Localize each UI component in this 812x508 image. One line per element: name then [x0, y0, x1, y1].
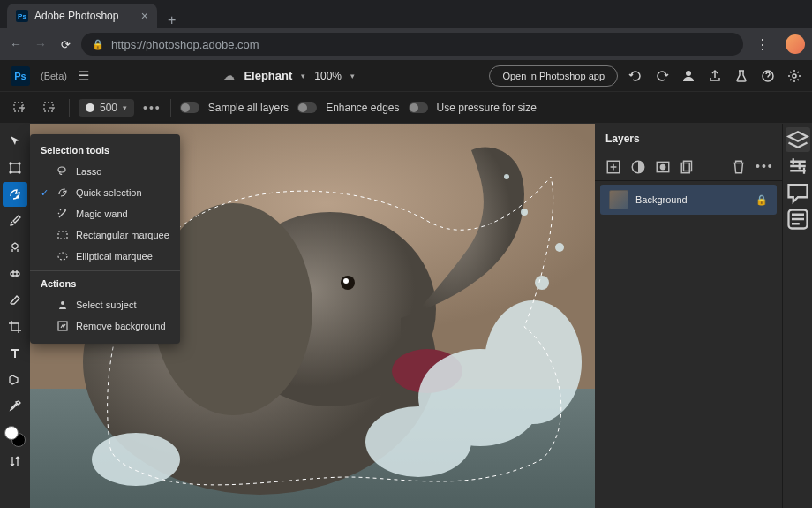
forward-icon[interactable]: →: [32, 37, 49, 51]
flyout-item-label: Lasso: [76, 166, 102, 177]
flyout-item-elliptical-marquee[interactable]: Elliptical marquee: [30, 246, 180, 267]
flyout-item-label: Magic wand: [76, 209, 128, 219]
mask-icon[interactable]: [655, 159, 671, 175]
svg-rect-5: [11, 163, 19, 172]
svg-point-0: [686, 71, 691, 76]
shape-tool[interactable]: [3, 368, 27, 392]
brush-size-value: 500: [100, 102, 117, 114]
clone-tool[interactable]: [3, 235, 27, 260]
back-icon[interactable]: ←: [7, 37, 25, 51]
chevron-down-icon[interactable]: ▾: [301, 72, 305, 80]
open-in-app-button[interactable]: Open in Photoshop app: [489, 65, 618, 87]
lasso-icon: [56, 165, 69, 178]
sample-all-label: Sample all layers: [208, 102, 289, 114]
help-icon[interactable]: [761, 69, 775, 83]
flyout-item-lasso[interactable]: Lasso: [30, 161, 180, 182]
move-tool[interactable]: [3, 129, 27, 154]
svg-point-31: [61, 301, 64, 305]
svg-rect-11: [11, 272, 19, 276]
layer-row[interactable]: Background 🔒: [600, 185, 777, 215]
redo-icon[interactable]: [655, 69, 669, 83]
svg-point-28: [58, 167, 65, 172]
flyout-item-rectangular-marquee[interactable]: Rectangular marquee: [30, 224, 180, 246]
flyout-item-label: Remove background: [76, 321, 166, 331]
color-swatches[interactable]: [4, 426, 26, 447]
profile-avatar[interactable]: [786, 34, 805, 54]
beaker-icon[interactable]: [734, 69, 748, 83]
more-options-icon[interactable]: •••: [756, 159, 771, 175]
share-icon[interactable]: [708, 69, 722, 83]
lock-icon[interactable]: 🔒: [756, 194, 768, 206]
reload-icon[interactable]: ⟳: [56, 38, 74, 51]
eraser-tool[interactable]: [3, 288, 27, 313]
zoom-level[interactable]: 100%: [314, 70, 342, 82]
divider: [170, 99, 171, 117]
layer-thumbnail: [609, 190, 628, 209]
flyout-item-label: Quick selection: [76, 187, 142, 198]
svg-point-27: [504, 174, 509, 179]
type-tool[interactable]: [3, 341, 27, 366]
eyedropper-tool[interactable]: [3, 394, 27, 419]
flyout-item-quick-selection[interactable]: ✓ Quick selection: [30, 182, 180, 203]
selection-tool[interactable]: [3, 182, 27, 207]
use-pressure-label: Use pressure for size: [437, 102, 537, 114]
comments-rail-icon[interactable]: [786, 180, 810, 205]
group-icon[interactable]: [680, 159, 695, 175]
brush-tool[interactable]: [3, 209, 27, 233]
subtract-selection-icon[interactable]: [39, 97, 60, 118]
flyout-item-magic-wand[interactable]: Magic wand: [30, 203, 180, 224]
more-options-icon[interactable]: •••: [143, 101, 162, 115]
document-name[interactable]: Elephant: [244, 69, 292, 82]
svg-rect-29: [58, 231, 67, 239]
lock-icon: 🔒: [92, 39, 104, 50]
swap-colors-icon[interactable]: [3, 449, 27, 474]
svg-point-2: [793, 74, 796, 78]
svg-point-22: [365, 406, 471, 477]
add-layer-icon[interactable]: [605, 159, 621, 175]
elliptical-marquee-icon: [56, 250, 69, 262]
brush-size-picker[interactable]: 500 ▾: [79, 99, 134, 117]
beta-label: (Beta): [41, 71, 67, 81]
adjustments-rail-icon[interactable]: [786, 154, 810, 178]
svg-point-6: [10, 163, 11, 164]
browser-menu-icon[interactable]: ⋮: [750, 36, 775, 53]
flyout-action-remove-background[interactable]: Remove background: [30, 315, 180, 337]
add-selection-icon[interactable]: [9, 97, 30, 118]
flyout-item-label: Select subject: [76, 299, 136, 310]
browser-tab[interactable]: Ps Adobe Photoshop ×: [7, 4, 157, 28]
close-icon[interactable]: ×: [141, 9, 148, 23]
flyout-item-label: Elliptical marquee: [76, 251, 153, 262]
address-bar[interactable]: 🔒 https://photoshop.adobe.com: [81, 33, 743, 56]
layers-rail-icon[interactable]: [786, 127, 810, 152]
chevron-down-icon[interactable]: ▾: [350, 72, 355, 80]
help-rail-icon[interactable]: [786, 207, 810, 231]
rectangular-marquee-icon: [56, 229, 69, 241]
enhance-edges-label: Enhance edges: [326, 102, 399, 114]
url-text: https://photoshop.adobe.com: [111, 38, 259, 51]
selection-tools-flyout: Selection tools Lasso ✓ Quick selection …: [30, 134, 180, 344]
svg-point-10: [17, 196, 19, 198]
svg-point-23: [92, 433, 180, 486]
gear-icon[interactable]: [787, 69, 801, 83]
use-pressure-toggle[interactable]: [409, 102, 428, 113]
cloud-icon: ☁: [223, 69, 235, 82]
flyout-section-title: Selection tools: [30, 141, 180, 161]
ps-logo: Ps: [11, 66, 30, 86]
new-tab-button[interactable]: +: [157, 12, 186, 28]
crop-tool[interactable]: [3, 315, 27, 339]
trash-icon[interactable]: [731, 159, 747, 175]
enhance-edges-toggle[interactable]: [297, 102, 317, 113]
chevron-down-icon[interactable]: ▾: [123, 103, 127, 112]
svg-point-30: [58, 253, 67, 260]
svg-point-8: [10, 171, 11, 173]
invite-icon[interactable]: [681, 69, 695, 83]
healing-tool[interactable]: [3, 262, 27, 286]
transform-tool[interactable]: [3, 155, 27, 180]
sample-all-toggle[interactable]: [180, 102, 199, 113]
flyout-action-select-subject[interactable]: Select subject: [30, 294, 180, 315]
svg-point-7: [19, 163, 20, 164]
undo-icon[interactable]: [628, 69, 643, 83]
quick-selection-icon: [56, 186, 69, 199]
hamburger-icon[interactable]: ☰: [78, 68, 89, 84]
adjustment-layer-icon[interactable]: [630, 159, 646, 175]
